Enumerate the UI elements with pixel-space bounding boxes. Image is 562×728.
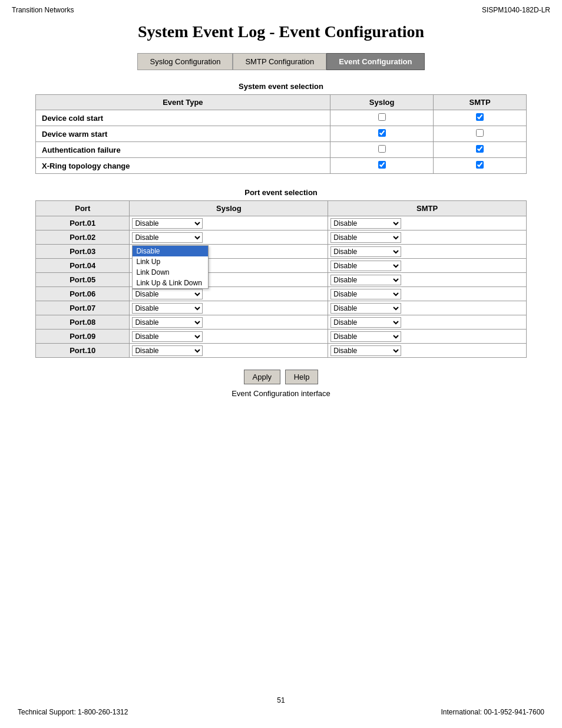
event-name-cell: Device warm start [36,126,330,142]
port-smtp-select[interactable]: DisableLink UpLink DownLink Up & Link Do… [330,331,401,342]
port-event-row: Port.08DisableLink UpLink DownLink Up & … [36,315,527,330]
system-event-row: Device warm start [36,126,527,142]
port-syslog-select[interactable]: DisableLink UpLink DownLink Up & Link Do… [132,218,203,229]
dropdown-item[interactable]: Link Up & Link Down [133,278,208,288]
port-syslog-select[interactable]: DisableLink UpLink DownLink Up & Link Do… [132,303,203,314]
port-smtp-cell: DisableLink UpLink DownLink Up & Link Do… [328,344,527,358]
button-row: Apply Help [35,370,527,384]
smtp-checkbox[interactable] [476,145,484,153]
port-name-cell: Port.02 [36,230,130,245]
port-name-cell: Port.06 [36,287,130,301]
footer-left: Technical Support: 1-800-260-1312 [18,708,128,716]
system-event-row: X-Ring topology change [36,158,527,174]
port-syslog-cell: DisableLink UpLink DownLink Up & Link Do… [130,315,328,330]
port-name-cell: Port.10 [36,344,130,358]
port-syslog-cell: DisableLink UpLink DownLink Up & Link Do… [130,301,328,315]
syslog-checkbox[interactable] [378,113,386,121]
port-event-row: Port.03DisableLink UpLink DownLink Up & … [36,245,527,259]
smtp-checkbox-cell [434,158,527,174]
port-syslog-cell: DisableLink UpLink DownLink Up & Link Do… [130,330,328,344]
col-header-smtp: SMTP [434,95,527,110]
port-name-cell: Port.09 [36,330,130,344]
port-smtp-cell: DisableLink UpLink DownLink Up & Link Do… [328,216,527,230]
port-col-header-smtp: SMTP [328,201,527,216]
caption-text: Event Configuration interface [35,389,527,398]
dropdown-item[interactable]: Disable [133,246,208,256]
port-name-cell: Port.05 [36,273,130,287]
tab-bar: Syslog Configuration SMTP Configuration … [0,53,562,70]
port-event-row: Port.01DisableLink UpLink DownLink Up & … [36,216,527,230]
header-bar: Transition Networks SISPM1040-182D-LR [0,0,562,17]
col-header-syslog: Syslog [330,95,434,110]
help-button[interactable]: Help [285,370,319,384]
port-smtp-select[interactable]: DisableLink UpLink DownLink Up & Link Do… [330,232,401,243]
port-event-row: Port.04DisableLink UpLink DownLink Up & … [36,259,527,273]
main-content: System event selection Event Type Syslog… [0,82,562,398]
port-smtp-select[interactable]: DisableLink UpLink DownLink Up & Link Do… [330,345,401,356]
system-event-row: Authentication failure [36,142,527,158]
syslog-checkbox-cell [330,158,434,174]
dropdown-item[interactable]: Link Down [133,267,208,278]
port-event-row: Port.06DisableLink UpLink DownLink Up & … [36,287,527,301]
smtp-checkbox[interactable] [476,129,484,137]
event-name-cell: Authentication failure [36,142,330,158]
port-name-cell: Port.03 [36,245,130,259]
port-event-table: Port Syslog SMTP Port.01DisableLink UpLi… [35,200,527,358]
port-event-row: Port.09DisableLink UpLink DownLink Up & … [36,330,527,344]
tab-smtp-configuration[interactable]: SMTP Configuration [233,53,326,70]
port-smtp-cell: DisableLink UpLink DownLink Up & Link Do… [328,245,527,259]
event-name-cell: Device cold start [36,110,330,126]
port-col-header-syslog: Syslog [130,201,328,216]
syslog-checkbox-cell [330,142,434,158]
port-smtp-select[interactable]: DisableLink UpLink DownLink Up & Link Do… [330,317,401,328]
smtp-checkbox[interactable] [476,113,484,121]
smtp-checkbox-cell [434,110,527,126]
port-02-dropdown-list: DisableLink UpLink DownLink Up & Link Do… [132,245,209,289]
footer-right: International: 00-1-952-941-7600 [441,708,544,716]
port-syslog-select[interactable]: DisableLink UpLink DownLink Up & Link Do… [132,345,203,356]
port-syslog-select[interactable]: DisableLink UpLink DownLink Up & Link Do… [132,331,203,342]
tab-syslog-configuration[interactable]: Syslog Configuration [137,53,233,70]
port-smtp-cell: DisableLink UpLink DownLink Up & Link Do… [328,330,527,344]
port-syslog-select[interactable]: DisableLink UpLink DownLink Up & Link Do… [132,317,203,328]
port-smtp-cell: DisableLink UpLink DownLink Up & Link Do… [328,273,527,287]
port-event-row: Port.10DisableLink UpLink DownLink Up & … [36,344,527,358]
system-event-table: Event Type Syslog SMTP Device cold start… [35,94,527,174]
port-smtp-select[interactable]: DisableLink UpLink DownLink Up & Link Do… [330,303,401,314]
port-event-row: Port.05DisableLink UpLink DownLink Up & … [36,273,527,287]
smtp-checkbox-cell [434,126,527,142]
port-syslog-cell: DisableLink UpLink DownLink Up & Link Do… [130,287,328,301]
page-title: System Event Log - Event Configuration [0,17,562,53]
port-smtp-select[interactable]: DisableLink UpLink DownLink Up & Link Do… [330,289,401,299]
syslog-checkbox[interactable] [378,145,386,153]
tab-event-configuration[interactable]: Event Configuration [326,53,424,70]
port-smtp-select[interactable]: DisableLink UpLink DownLink Up & Link Do… [330,246,401,257]
port-event-row: Port.02DisableLink UpLink DownLink Up & … [36,230,527,245]
footer: Technical Support: 1-800-260-1312 Intern… [0,708,562,716]
port-syslog-select[interactable]: DisableLink UpLink DownLink Up & Link Do… [132,232,203,243]
port-event-section-title: Port event selection [35,188,527,197]
smtp-checkbox[interactable] [476,161,484,169]
syslog-checkbox-cell [330,126,434,142]
port-name-cell: Port.04 [36,259,130,273]
dropdown-item[interactable]: Link Up [133,256,208,267]
port-name-cell: Port.08 [36,315,130,330]
port-smtp-select[interactable]: DisableLink UpLink DownLink Up & Link Do… [330,218,401,229]
system-event-section-title: System event selection [35,82,527,91]
smtp-checkbox-cell [434,142,527,158]
port-event-row: Port.07DisableLink UpLink DownLink Up & … [36,301,527,315]
port-syslog-cell: DisableLink UpLink DownLink Up & Link Do… [130,216,328,230]
port-syslog-dropdown-wrapper: DisableLink UpLink DownLink Up & Link Do… [132,232,325,243]
port-syslog-select[interactable]: DisableLink UpLink DownLink Up & Link Do… [132,289,203,299]
syslog-checkbox[interactable] [378,129,386,137]
system-event-row: Device cold start [36,110,527,126]
syslog-checkbox[interactable] [378,161,386,169]
port-smtp-select[interactable]: DisableLink UpLink DownLink Up & Link Do… [330,261,401,271]
port-smtp-cell: DisableLink UpLink DownLink Up & Link Do… [328,301,527,315]
apply-button[interactable]: Apply [244,370,281,384]
port-syslog-cell: DisableLink UpLink DownLink Up & Link Do… [130,230,328,245]
port-smtp-cell: DisableLink UpLink DownLink Up & Link Do… [328,315,527,330]
header-left: Transition Networks [12,6,74,14]
port-smtp-select[interactable]: DisableLink UpLink DownLink Up & Link Do… [330,275,401,285]
syslog-checkbox-cell [330,110,434,126]
